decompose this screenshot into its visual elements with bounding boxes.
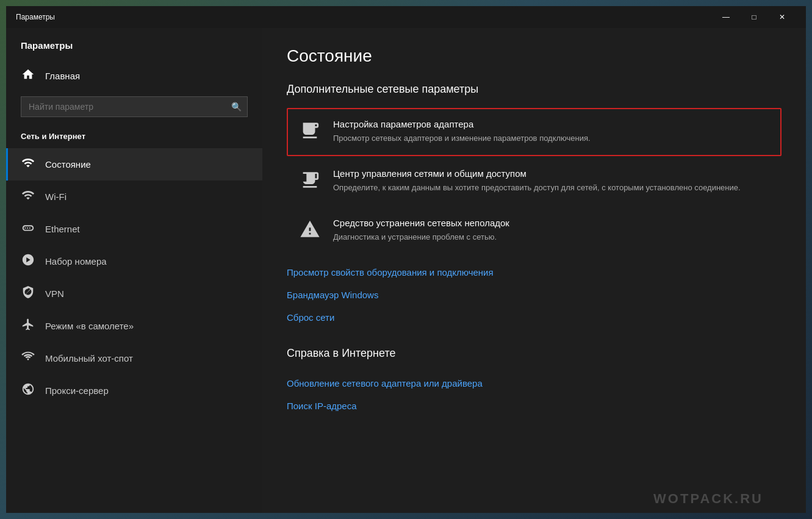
sidebar-item-label: Ethernet (45, 224, 80, 234)
settings-window: Параметры — □ ✕ Параметры Главная 🔍 Сеть… (6, 6, 806, 513)
close-button[interactable]: ✕ (768, 7, 796, 27)
sharing-card-desc: Определите, к каким данным вы хотите пре… (333, 182, 769, 193)
search-input[interactable] (21, 96, 248, 117)
sidebar-item-hotspot[interactable]: Мобильный хот-спот (6, 342, 262, 374)
sidebar-title: Параметры (6, 28, 262, 60)
sharing-card-content: Центр управления сетями и общим доступом… (333, 168, 769, 193)
troubleshoot-card-desc: Диагностика и устранение проблем с сетью… (333, 232, 769, 243)
network-reset-link[interactable]: Сброс сети (287, 306, 781, 329)
sidebar-section-label: Сеть и Интернет (6, 127, 262, 148)
sidebar-item-label: Мобильный хот-спот (45, 353, 133, 363)
maximize-button[interactable]: □ (740, 7, 768, 27)
sharing-center-card[interactable]: Центр управления сетями и общим доступом… (287, 157, 781, 206)
sidebar-item-label: VPN (45, 288, 64, 299)
sidebar: Параметры Главная 🔍 Сеть и Интернет Сост… (6, 28, 262, 513)
additional-section-title: Дополнительные сетевые параметры (287, 83, 781, 96)
airplane-icon (21, 318, 35, 334)
wifi-icon (21, 188, 35, 205)
update-adapter-link[interactable]: Обновление сетевого адаптера или драйвер… (287, 372, 781, 395)
sidebar-item-label: Прокси-сервер (45, 385, 109, 396)
status-icon (21, 156, 35, 173)
links-section: Просмотр свойств оборудования и подключе… (287, 261, 781, 329)
sidebar-item-wifi[interactable]: Wi-Fi (6, 181, 262, 213)
home-label: Главная (45, 71, 80, 81)
sidebar-item-dialup[interactable]: Набор номера (6, 245, 262, 277)
troubleshoot-card-content: Средство устранения сетевых неполадок Ди… (333, 218, 769, 243)
ethernet-icon (21, 221, 35, 237)
windows-firewall-link[interactable]: Брандмауэр Windows (287, 284, 781, 306)
vpn-icon (21, 285, 35, 302)
home-nav-item[interactable]: Главная (6, 60, 262, 91)
sidebar-item-label: Состояние (45, 159, 91, 170)
find-ip-link[interactable]: Поиск IP-адреса (287, 395, 781, 417)
titlebar: Параметры — □ ✕ (6, 6, 806, 28)
dialup-icon (21, 253, 35, 270)
sidebar-item-vpn[interactable]: VPN (6, 277, 262, 310)
window-controls: — □ ✕ (712, 7, 796, 27)
sidebar-item-label: Wi-Fi (45, 191, 66, 202)
main-content: Состояние Дополнительные сетевые парамет… (262, 28, 806, 513)
adapter-icon (299, 120, 321, 145)
adapter-card-content: Настройка параметров адаптера Просмотр с… (333, 119, 769, 144)
sidebar-item-status[interactable]: Состояние (6, 148, 262, 181)
internet-section: Справка в Интернете Обновление сетевого … (287, 347, 781, 417)
page-title: Состояние (287, 46, 781, 66)
sidebar-item-proxy[interactable]: Прокси-сервер (6, 374, 262, 407)
proxy-icon (21, 382, 35, 399)
minimize-button[interactable]: — (712, 7, 740, 27)
troubleshoot-card[interactable]: Средство устранения сетевых неполадок Ди… (287, 207, 781, 255)
window-content: Параметры Главная 🔍 Сеть и Интернет Сост… (6, 28, 806, 513)
internet-section-title: Справка в Интернете (287, 347, 781, 360)
troubleshoot-card-title: Средство устранения сетевых неполадок (333, 218, 769, 228)
sidebar-item-ethernet[interactable]: Ethernet (6, 213, 262, 245)
adapter-settings-card[interactable]: Настройка параметров адаптера Просмотр с… (287, 108, 781, 156)
hardware-properties-link[interactable]: Просмотр свойств оборудования и подключе… (287, 261, 781, 284)
troubleshoot-icon (299, 219, 321, 244)
sidebar-item-label: Режим «в самолете» (45, 321, 134, 331)
sidebar-item-label: Набор номера (45, 256, 107, 267)
adapter-card-desc: Просмотр сетевых адаптеров и изменение п… (333, 133, 769, 144)
home-icon (21, 68, 35, 84)
adapter-card-title: Настройка параметров адаптера (333, 119, 769, 129)
search-box: 🔍 (21, 96, 248, 117)
search-icon: 🔍 (231, 102, 242, 112)
sidebar-item-airplane[interactable]: Режим «в самолете» (6, 310, 262, 342)
sharing-icon (299, 170, 321, 195)
window-title: Параметры (16, 13, 55, 21)
hotspot-icon (21, 350, 35, 367)
sharing-card-title: Центр управления сетями и общим доступом (333, 168, 769, 179)
